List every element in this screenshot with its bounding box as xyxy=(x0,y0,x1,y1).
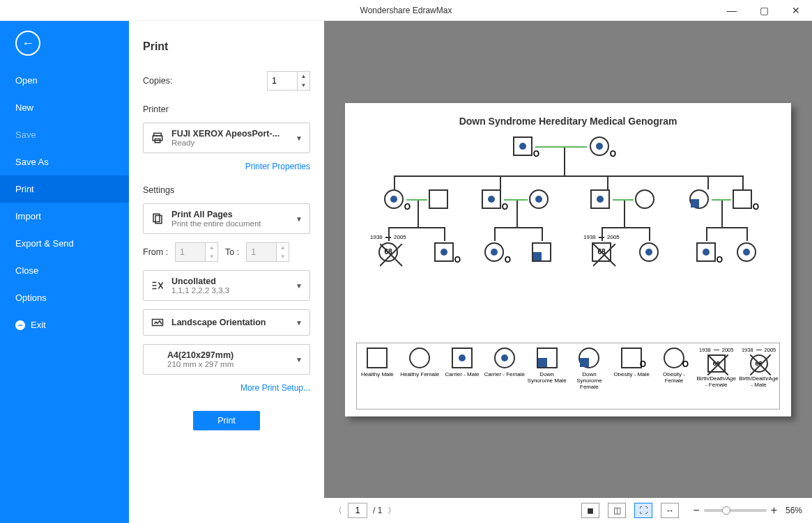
death-male-symbol: 68 xyxy=(592,242,611,262)
healthy-female-icon xyxy=(409,348,430,368)
down-male-icon xyxy=(537,348,558,368)
copies-stepper[interactable]: ▲▼ xyxy=(267,71,310,91)
view-single-page-button[interactable]: ◼ xyxy=(581,503,599,518)
next-page-button[interactable]: 〉 xyxy=(388,505,396,517)
pages-icon xyxy=(151,212,164,226)
chevron-down-icon[interactable]: ▼ xyxy=(298,81,309,90)
orientation-dropdown[interactable]: Landscape Orientation ▼ xyxy=(143,309,310,336)
carrier-male-symbol xyxy=(590,189,610,209)
settings-section-label: Settings xyxy=(143,185,310,195)
arrow-left-icon: ← xyxy=(22,36,34,51)
healthy-male-symbol xyxy=(733,189,752,209)
preview-footer: 〈 / 1 〉 ◼ ◫ ⛶ ↔ − + 56% xyxy=(324,498,812,523)
preview-page: Down Syndrome Hereditary Medical Genogra… xyxy=(345,103,791,416)
paper-title: A4(210x297mm) xyxy=(167,350,289,360)
orientation-label: Landscape Orientation xyxy=(171,318,289,327)
back-button[interactable]: ← xyxy=(15,31,40,56)
sidebar-item-close[interactable]: Close xyxy=(0,257,129,284)
print-panel: Print Copies: ▲▼ Printer FUJI XEROX Apeo… xyxy=(129,21,324,523)
zoom-slider[interactable] xyxy=(704,509,767,512)
carrier-female-symbol xyxy=(484,242,504,262)
paper-sub: 210 mm x 297 mm xyxy=(167,360,289,368)
to-label: To : xyxy=(225,247,239,257)
genogram-tree: O O O O xyxy=(356,136,780,343)
sidebar-item-print[interactable]: Print xyxy=(0,175,129,203)
sidebar-item-save-as[interactable]: Save As xyxy=(0,148,129,175)
zoom-level: 56% xyxy=(786,506,802,515)
healthy-male-symbol xyxy=(429,189,448,209)
window-minimize-button[interactable]: — xyxy=(716,0,748,21)
death-male-icon: 68 xyxy=(750,354,768,373)
sidebar-item-new[interactable]: New xyxy=(0,94,129,121)
window-maximize-button[interactable]: ▢ xyxy=(748,0,780,21)
chevron-down-icon: ▼ xyxy=(296,356,302,364)
to-stepper: ▲▼ xyxy=(246,242,289,262)
carrier-male-symbol xyxy=(434,242,454,262)
death-female-icon: 68 xyxy=(707,354,726,373)
sidebar-item-save[interactable]: Save xyxy=(0,121,129,148)
copies-input[interactable] xyxy=(268,72,297,90)
landscape-icon xyxy=(151,315,164,329)
printer-properties-link[interactable]: Printer Properties xyxy=(143,162,310,171)
chevron-down-icon: ▼ xyxy=(296,215,302,223)
page-input[interactable] xyxy=(348,503,367,518)
from-label: From : xyxy=(143,247,168,257)
chevron-down-icon: ▼ xyxy=(296,319,302,327)
carrier-female-symbol xyxy=(384,189,404,209)
printer-icon xyxy=(151,131,164,145)
print-button[interactable]: Print xyxy=(193,411,260,430)
printer-name: FUJI XEROX ApeosPort-... xyxy=(171,129,289,139)
to-input xyxy=(247,243,276,261)
more-print-setup-link[interactable]: More Print Setup... xyxy=(143,383,310,393)
print-pages-sub: Print the entire document xyxy=(171,219,289,228)
death-female-symbol: 68 xyxy=(378,242,398,262)
document-title: Down Syndrome Hereditary Medical Genogra… xyxy=(356,116,780,127)
copies-label: Copies: xyxy=(143,76,172,86)
print-pages-dropdown[interactable]: Print All Pages Print the entire documen… xyxy=(143,203,310,234)
sidebar-item-import[interactable]: Import xyxy=(0,203,129,230)
birth-year: 1938 xyxy=(583,234,596,240)
paper-size-dropdown[interactable]: A4(210x297mm) 210 mm x 297 mm ▼ xyxy=(143,344,310,375)
zoom-in-button[interactable]: + xyxy=(771,504,777,517)
view-fit-page-button[interactable]: ↔ xyxy=(661,503,679,518)
prev-page-button[interactable]: 〈 xyxy=(334,505,342,517)
obesity-tag: O xyxy=(610,149,616,159)
carrier-male-symbol xyxy=(482,189,501,209)
sidebar-item-open[interactable]: Open xyxy=(0,67,129,94)
carrier-female-symbol xyxy=(639,242,659,262)
healthy-male-icon xyxy=(367,348,388,368)
view-fit-width-button[interactable]: ⛶ xyxy=(634,503,652,518)
obesity-female-icon: O xyxy=(664,348,684,368)
printer-section-label: Printer xyxy=(143,104,310,114)
page-total: / 1 xyxy=(373,506,382,515)
exit-icon: − xyxy=(15,320,25,330)
from-input xyxy=(176,243,205,261)
down-female-icon xyxy=(579,348,599,368)
printer-dropdown[interactable]: FUJI XEROX ApeosPort-... Ready ▼ xyxy=(143,123,310,153)
death-year: 2005 xyxy=(607,234,620,240)
window-close-button[interactable]: ✕ xyxy=(780,0,812,21)
page-title: Print xyxy=(143,40,310,53)
carrier-female-icon xyxy=(494,348,515,368)
legend: Healthy Male Healthy Female Carrier - Ma… xyxy=(356,343,780,409)
view-two-page-button[interactable]: ◫ xyxy=(608,503,626,518)
chevron-up-icon[interactable]: ▲ xyxy=(298,72,309,81)
obesity-male-icon: O xyxy=(621,348,642,368)
obesity-tag: O xyxy=(505,255,511,265)
carrier-male-icon xyxy=(452,348,473,368)
obesity-tag: O xyxy=(753,202,759,212)
sidebar-item-options[interactable]: Options xyxy=(0,284,129,311)
obesity-tag: O xyxy=(454,255,461,265)
print-pages-title: Print All Pages xyxy=(171,210,289,219)
obesity-tag: O xyxy=(717,255,723,265)
zoom-out-button[interactable]: − xyxy=(693,504,699,517)
collate-title: Uncollated xyxy=(171,276,289,286)
file-sidebar: ← Open New Save Save As Print Import Exp… xyxy=(0,21,129,523)
sidebar-item-export-send[interactable]: Export & Send xyxy=(0,230,129,257)
collate-dropdown[interactable]: Uncollated 1,1,1 2,2,2 3,3,3 ▼ xyxy=(143,270,310,301)
chevron-down-icon: ▼ xyxy=(296,134,302,142)
death-year: 2005 xyxy=(394,234,406,240)
svg-rect-1 xyxy=(153,136,162,141)
sidebar-item-exit[interactable]: − Exit xyxy=(0,311,129,338)
obesity-tag: O xyxy=(533,149,539,159)
